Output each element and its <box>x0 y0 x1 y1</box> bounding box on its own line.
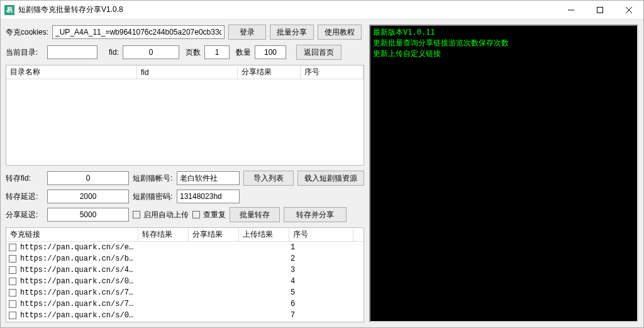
th-index[interactable]: 序号 <box>301 65 364 79</box>
th-index2[interactable]: 序号 <box>289 228 353 241</box>
row-checkbox[interactable] <box>9 255 16 263</box>
fid-label: fid: <box>101 48 119 57</box>
row-checkbox[interactable] <box>9 244 16 251</box>
home-button[interactable]: 返回首页 <box>296 45 341 60</box>
batch-share-button[interactable]: 批量分享 <box>270 25 314 40</box>
row-checkbox[interactable] <box>9 266 16 274</box>
password-label: 短剧猫密码: <box>133 191 173 202</box>
window-title: 短剧猫夸克批量转存分享V1.0.8 <box>18 4 123 15</box>
auto-upload-checkbox[interactable]: 启用自动上传 <box>133 210 189 220</box>
save-delay-input[interactable] <box>47 189 129 203</box>
auto-upload-label: 启用自动上传 <box>143 210 189 220</box>
dedup-checkbox[interactable]: 查重复 <box>192 210 226 220</box>
share-delay-label: 分享延迟: <box>6 210 43 220</box>
account-input[interactable] <box>177 171 240 185</box>
console-line: 更新批量查询分享链接游览次数保存次数 <box>373 38 509 47</box>
th-upload-result[interactable]: 上传结果 <box>239 228 289 241</box>
cell-index: 2 <box>289 254 364 263</box>
th-dirname[interactable]: 目录名称 <box>6 65 137 79</box>
svg-rect-0 <box>597 7 603 13</box>
table-row[interactable]: https://pan.quark.cn/s/0fe...4 <box>6 276 364 287</box>
save-fid-label: 转存fid: <box>6 173 43 184</box>
save-fid-input[interactable] <box>47 171 129 185</box>
table-row[interactable]: https://pan.quark.cn/s/49e...3 <box>6 264 364 276</box>
cookies-label: 夸克cookies: <box>6 27 48 38</box>
links-table[interactable]: 夸克链接 转存结果 分享结果 上传结果 序号 https://pan.quark… <box>6 227 364 322</box>
app-window: 易 短剧猫夸克批量转存分享V1.0.8 夸克cookies: 登录 批量分享 使… <box>0 0 644 328</box>
cell-index: 6 <box>289 300 364 308</box>
cell-url: https://pan.quark.cn/s/ea9... <box>19 243 138 252</box>
cell-index: 5 <box>289 288 364 297</box>
th-save-result[interactable]: 转存结果 <box>138 228 189 241</box>
page-input[interactable] <box>204 45 230 59</box>
cell-url: https://pan.quark.cn/s/7ae... <box>19 288 138 297</box>
login-button[interactable]: 登录 <box>228 25 266 40</box>
table-row[interactable]: https://pan.quark.cn/s/7ae...5 <box>6 287 364 298</box>
tutorial-button[interactable]: 使用教程 <box>318 25 362 40</box>
import-list-button[interactable]: 导入列表 <box>243 171 294 186</box>
save-and-share-button[interactable]: 转存并分享 <box>284 207 347 222</box>
cell-url: https://pan.quark.cn/s/b85... <box>19 254 138 263</box>
links-table-body[interactable]: https://pan.quark.cn/s/ea9...1https://pa… <box>6 242 364 322</box>
batch-save-button[interactable]: 批量转存 <box>230 207 280 222</box>
th-share-result2[interactable]: 分享结果 <box>189 228 239 241</box>
table-row[interactable]: https://pan.quark.cn/s/ea9...1 <box>6 242 364 253</box>
directory-table-header: 目录名称 fid 分享结果 序号 <box>6 65 364 79</box>
console-line: 更新上传自定义链接 <box>373 49 441 58</box>
maximize-button[interactable] <box>586 1 614 20</box>
th-share-result[interactable]: 分享结果 <box>238 65 301 79</box>
row-checkbox[interactable] <box>9 278 16 285</box>
load-resources-button[interactable]: 载入短剧猫资源 <box>297 171 364 186</box>
close-button[interactable] <box>614 1 643 20</box>
count-input[interactable] <box>255 45 286 59</box>
table-row[interactable]: https://pan.quark.cn/s/b85...2 <box>6 253 364 264</box>
page-label: 页数 <box>183 47 201 58</box>
password-input[interactable] <box>177 189 240 203</box>
table-row[interactable]: https://pan.quark.cn/s/071...7 <box>6 310 364 321</box>
cell-index: 4 <box>289 277 364 286</box>
current-dir-input[interactable] <box>47 45 97 59</box>
cell-index: 3 <box>289 266 364 274</box>
dedup-label: 查重复 <box>203 210 226 220</box>
directory-table[interactable]: 目录名称 fid 分享结果 序号 <box>6 65 364 166</box>
count-label: 数量 <box>233 47 251 58</box>
console-line: 最新版本V1.0.11 <box>373 28 435 37</box>
account-label: 短剧猫帐号: <box>133 173 173 184</box>
titlebar: 易 短剧猫夸克批量转存分享V1.0.8 <box>1 1 643 20</box>
cell-url: https://pan.quark.cn/s/7a5... <box>19 300 138 308</box>
current-dir-label: 当前目录: <box>6 47 43 58</box>
cell-url: https://pan.quark.cn/s/0fe... <box>19 277 138 286</box>
share-delay-input[interactable] <box>47 208 129 222</box>
links-table-header: 夸克链接 转存结果 分享结果 上传结果 序号 <box>6 228 364 242</box>
cell-index: 7 <box>289 311 364 320</box>
row-checkbox[interactable] <box>9 289 16 297</box>
directory-table-body <box>6 79 364 165</box>
console-output[interactable]: 最新版本V1.0.11 更新批量查询分享链接游览次数保存次数 更新上传自定义链接 <box>369 25 638 322</box>
fid-input[interactable] <box>123 45 179 59</box>
save-delay-label: 转存延迟: <box>6 191 43 202</box>
th-link[interactable]: 夸克链接 <box>6 228 138 241</box>
app-icon: 易 <box>4 5 14 15</box>
table-row[interactable]: https://pan.quark.cn/s/7a5...6 <box>6 298 364 310</box>
cell-index: 1 <box>289 243 364 252</box>
cell-url: https://pan.quark.cn/s/49e... <box>19 266 138 274</box>
cell-url: https://pan.quark.cn/s/071... <box>19 311 138 320</box>
row-checkbox[interactable] <box>9 300 16 308</box>
th-fid[interactable]: fid <box>137 67 238 78</box>
window-controls <box>557 1 643 20</box>
row-checkbox[interactable] <box>9 312 16 319</box>
cookies-input[interactable] <box>52 25 225 39</box>
minimize-button[interactable] <box>557 1 586 20</box>
